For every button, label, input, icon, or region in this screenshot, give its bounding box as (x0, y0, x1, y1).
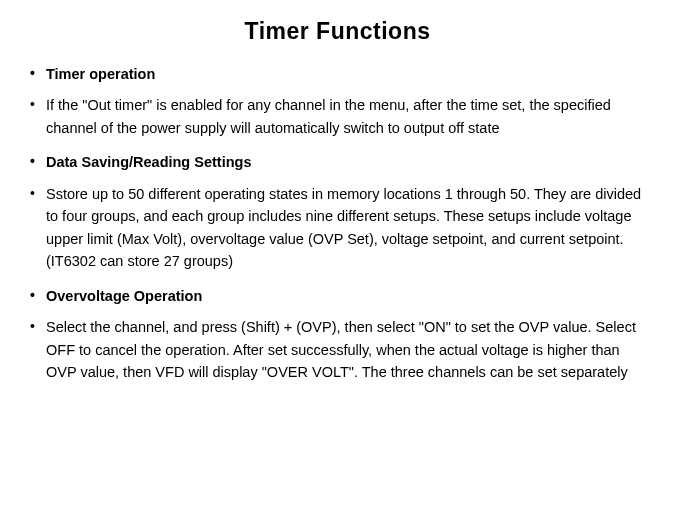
section-heading: Timer operation (28, 63, 647, 85)
section-body: Sstore up to 50 different operating stat… (28, 183, 647, 273)
content-list: Timer operation If the "Out timer" is en… (28, 63, 647, 384)
page-title: Timer Functions (28, 18, 647, 45)
section-body: Select the channel, and press (Shift) + … (28, 316, 647, 383)
section-heading: Overvoltage Operation (28, 285, 647, 307)
section-body: If the "Out timer" is enabled for any ch… (28, 94, 647, 139)
section-heading: Data Saving/Reading Settings (28, 151, 647, 173)
